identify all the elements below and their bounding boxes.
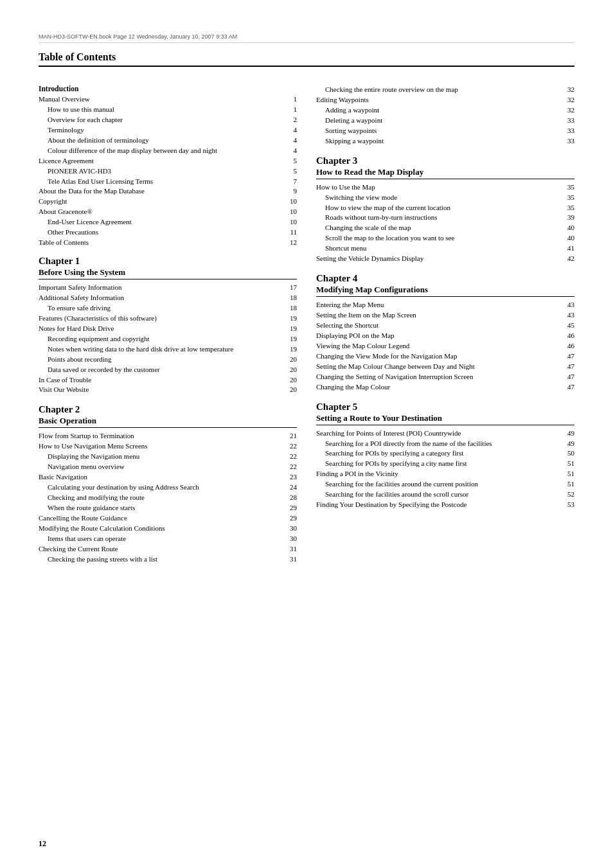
toc-entry: Changing the Setting of Navigation Inter… [316, 372, 574, 382]
toc-entry-page: 19 [290, 334, 297, 344]
toc-entry: Editing Waypoints32 [316, 95, 574, 105]
toc-entry: Calculating your destination by using Ad… [39, 483, 297, 493]
toc-entry: To ensure safe driving18 [39, 303, 297, 314]
toc-entry-text: Shortcut menu [325, 244, 565, 254]
toc-entry-page: 21 [290, 431, 297, 441]
toc-entry: Table of Contents12 [39, 238, 297, 248]
toc-entry-text: Sorting waypoints [325, 126, 565, 136]
toc-entry-page: 1 [294, 94, 298, 105]
toc-entry-page: 47 [567, 372, 574, 382]
toc-entry: Searching for Points of Interest (POI) C… [316, 429, 574, 439]
toc-entry-text: Finding Your Destination by Specifying t… [316, 500, 565, 510]
chapter1-label: Chapter 1 [39, 256, 297, 267]
chapter5-block: Chapter 5 Setting a Route to Your Destin… [316, 402, 574, 511]
toc-entry: Finding Your Destination by Specifying t… [316, 500, 574, 510]
toc-entry-text: Navigation menu overview [48, 462, 287, 472]
toc-entry-text: Viewing the Map Colour Legend [316, 341, 565, 351]
toc-entry: About the definition of terminology4 [39, 136, 297, 146]
toc-entry-page: 22 [290, 452, 297, 462]
toc-entry: Setting the Vehicle Dynamics Display42 [316, 254, 574, 264]
chapter4-entries: Entering the Map Menu43Setting the Item … [316, 300, 574, 392]
toc-entry-text: Searching for POIs by specifying a categ… [325, 448, 565, 459]
toc-entry: Setting the Item on the Map Screen43 [316, 310, 574, 321]
toc-entry-page: 31 [290, 544, 297, 554]
toc-entry: Navigation menu overview22 [39, 462, 297, 472]
toc-entry-page: 10 [290, 197, 297, 207]
toc-entry: Additional Safety Information18 [39, 293, 297, 303]
chapter5-title: Setting a Route to Your Destination [316, 413, 574, 425]
chapter2-entries: Flow from Startup to Termination21How to… [39, 431, 297, 564]
toc-entry: Features (Characteristics of this softwa… [39, 314, 297, 324]
toc-entry-text: Notes for Hard Disk Drive [39, 324, 287, 334]
chapter4-title: Modifying Map Configurations [316, 285, 574, 297]
toc-entry-page: 30 [290, 524, 297, 534]
toc-entry-text: To ensure safe driving [48, 303, 287, 314]
toc-entry-page: 23 [290, 472, 297, 483]
toc-entry-text: Recording equipment and copyright [48, 334, 287, 344]
toc-entry: How to Use Navigation Menu Screens22 [39, 441, 297, 452]
toc-entry-page: 51 [567, 459, 574, 469]
toc-entry-page: 20 [290, 355, 297, 365]
toc-entry: Licence Agreement5 [39, 156, 297, 166]
toc-entry-text: Modifying the Route Calculation Conditio… [39, 524, 287, 534]
toc-entry: Selecting the Shortcut45 [316, 321, 574, 331]
toc-entry: Visit Our Website20 [39, 385, 297, 395]
toc-entry-text: Searching for the facilities around the … [325, 490, 565, 500]
toc-entry: About Gracenote®10 [39, 207, 297, 217]
toc-entry-page: 49 [567, 429, 574, 439]
toc-entry-page: 31 [290, 554, 297, 565]
toc-entry-text: Displaying POI on the Map [316, 331, 565, 341]
toc-entry-text: Selecting the Shortcut [316, 321, 565, 331]
toc-entry: Terminology4 [39, 125, 297, 136]
toc-entry-page: 24 [290, 483, 297, 493]
toc-entry-page: 33 [567, 116, 574, 126]
page-wrapper: MAN-HD3-SOFTW-EN.book Page 12 Wednesday,… [0, 0, 613, 868]
toc-entry: Sorting waypoints33 [316, 126, 574, 136]
toc-entry-page: 46 [567, 341, 574, 351]
toc-entry: Deleting a waypoint33 [316, 116, 574, 126]
toc-entry-page: 35 [567, 182, 574, 193]
toc-entry-text: Adding a waypoint [325, 105, 565, 116]
chapter1-title: Before Using the System [39, 267, 297, 279]
toc-entry-text: Cancelling the Route Guidance [39, 513, 287, 524]
toc-entry-text: Flow from Startup to Termination [39, 431, 287, 441]
toc-entry-text: Roads without turn-by-turn instructions [325, 213, 565, 223]
toc-entry-page: 7 [294, 177, 298, 187]
toc-entry-text: Checking the passing streets with a list [48, 554, 287, 565]
toc-entry-page: 33 [567, 126, 574, 136]
toc-entry: Searching for POIs by specifying a city … [316, 459, 574, 469]
toc-entry-page: 32 [567, 85, 574, 95]
toc-entry-page: 29 [290, 513, 297, 524]
toc-entry-page: 10 [290, 207, 297, 217]
toc-entry: Roads without turn-by-turn instructions3… [316, 213, 574, 223]
toc-entry: In Case of Trouble20 [39, 375, 297, 385]
toc-entry: Manual Overview1 [39, 94, 297, 105]
toc-entry-text: Changing the View Mode for the Navigatio… [316, 351, 565, 362]
chapter2-label: Chapter 2 [39, 404, 297, 415]
intro-section: Introduction Manual Overview1How to use … [39, 85, 297, 248]
toc-entry: Data saved or recorded by the customer20 [39, 365, 297, 375]
toc-entry: Viewing the Map Colour Legend46 [316, 341, 574, 351]
toc-entry-page: 51 [567, 479, 574, 490]
toc-entry: Overview for each chapter2 [39, 115, 297, 125]
toc-entry: How to view the map of the current locat… [316, 203, 574, 213]
toc-entry: Colour difference of the map display bet… [39, 146, 297, 156]
toc-entry-page: 32 [567, 105, 574, 116]
toc-entry-page: 50 [567, 448, 574, 459]
toc-entry-text: Items that users can operate [48, 534, 287, 544]
toc-entry: Skipping a waypoint33 [316, 136, 574, 146]
toc-entry-page: 39 [567, 213, 574, 223]
toc-entry: Other Precautions11 [39, 227, 297, 238]
toc-entry: Shortcut menu41 [316, 244, 574, 254]
toc-entry: When the route guidance starts29 [39, 503, 297, 513]
chapter3-entries: How to Use the Map35Switching the view m… [316, 182, 574, 265]
toc-entry: Cancelling the Route Guidance29 [39, 513, 297, 524]
toc-entry-text: Searching for Points of Interest (POI) C… [316, 429, 565, 439]
toc-entry-text: Checking and modifying the route [48, 493, 287, 503]
toc-entry-text: Changing the scale of the map [325, 223, 565, 233]
toc-entry-page: 22 [290, 462, 297, 472]
toc-entry: End-User Licence Agreement10 [39, 217, 297, 227]
toc-entry-text: Additional Safety Information [39, 293, 287, 303]
toc-entry: Searching for a POI directly from the na… [316, 439, 574, 449]
toc-entry-text: Notes when writing data to the hard disk… [48, 344, 287, 355]
